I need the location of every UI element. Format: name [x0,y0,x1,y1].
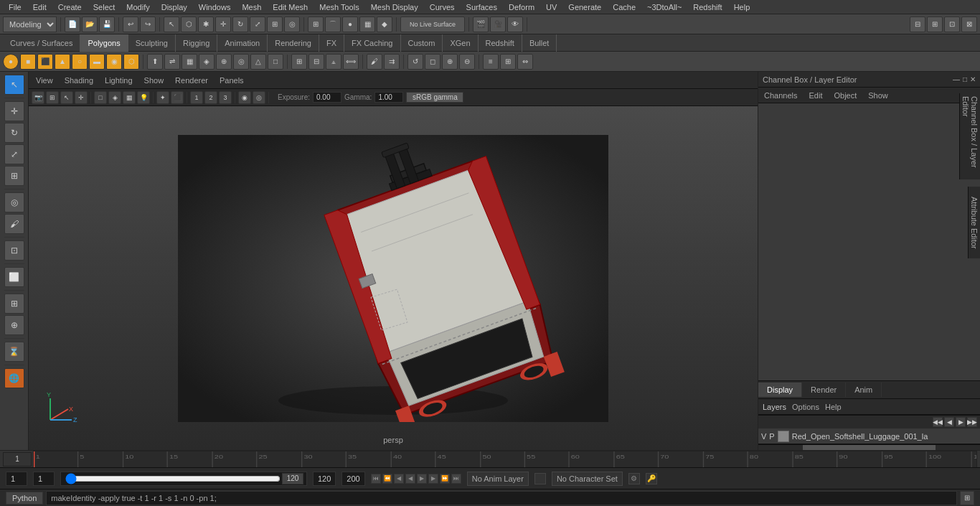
anim-layer-dropdown[interactable]: No Anim Layer [467,472,529,486]
snap-curve[interactable]: ⌒ [325,17,341,32]
total-frames[interactable]: 200 [341,472,364,486]
triangulate-tool[interactable]: △ [250,54,266,70]
separate-tool[interactable]: ⊟ [308,54,324,70]
universal-manip[interactable]: ⊞ [4,166,24,186]
plane-tool[interactable]: ▬ [89,54,105,70]
start-frame[interactable]: 1 [6,472,27,486]
render-settings[interactable]: 🎬 [473,17,489,32]
viewport-menu-renderer[interactable]: Renderer [172,75,211,86]
menu-deform[interactable]: Deform [503,1,540,13]
layer-v[interactable]: V [761,432,766,441]
script-expand-btn[interactable]: ⊞ [960,491,974,505]
sphere-tool[interactable]: ● [3,54,19,70]
paint-weights[interactable]: 🖌 [367,54,382,70]
menu-select[interactable]: Select [88,1,121,13]
insert-edge-loop[interactable]: ≡ [483,54,499,70]
conform-tool[interactable]: ⟁ [326,54,341,70]
char-set-settings[interactable]: ⚙ [628,473,640,484]
new-button[interactable]: 📄 [65,17,80,32]
lasso-tool[interactable]: ⬡ [181,17,197,32]
tab-animation[interactable]: Animation [217,34,268,52]
tab-xgen[interactable]: XGen [443,34,478,52]
ipr-render[interactable]: 🎥 [490,17,506,32]
scale-tool[interactable]: ⤢ [250,17,265,32]
snap-point[interactable]: ● [342,17,358,32]
sub-tab-edit[interactable]: Edit [806,90,825,101]
channel-box-side-label[interactable]: Channel Box / Layer Editor [959,93,980,179]
layer-nav-forward[interactable]: ▶▶ [967,417,977,427]
tab-polygons[interactable]: Polygons [80,34,128,52]
layout-btn1[interactable]: ⊟ [910,17,925,32]
tab-sculpting[interactable]: Sculpting [128,34,176,52]
show-manip[interactable]: ⊡ [4,240,24,261]
menu-surfaces[interactable]: Surfaces [461,1,503,13]
vp-shaded-wire[interactable]: ◎ [253,91,265,104]
menu-mesh-display[interactable]: Mesh Display [365,1,424,13]
snap-live[interactable]: ◆ [377,17,392,32]
menu-help[interactable]: Help [728,1,756,13]
snap-add[interactable]: ⊕ [4,315,24,335]
rp-tab-anim[interactable]: Anim [846,383,882,397]
timeline[interactable]: 1 1 5 10 15 20 25 30 35 [0,450,980,467]
paint-tool[interactable]: ✱ [198,17,214,32]
soft-select-tool[interactable]: ◎ [284,17,300,32]
cylinder-tool[interactable]: ⬛ [37,54,53,70]
disc-tool[interactable]: ◉ [106,54,122,70]
tab-curves-surfaces[interactable]: Curves / Surfaces [3,34,80,52]
paint-button[interactable]: 🖌 [4,214,24,234]
vp-xray[interactable]: ✦ [156,91,169,104]
rp-tab-render[interactable]: Render [802,383,846,397]
panel-maximize[interactable]: □ [963,75,967,83]
sub-tab-channels[interactable]: Channels [761,90,800,101]
menu-create[interactable]: Create [52,1,88,13]
layout-btn3[interactable]: ⊡ [944,17,960,32]
rotate-button[interactable]: ↻ [4,123,24,143]
bevel-tool[interactable]: ◈ [199,54,215,70]
soft-mod-button[interactable]: ◎ [4,192,24,212]
shrink-select[interactable]: ⊖ [459,54,475,70]
tab-rigging[interactable]: Rigging [176,34,217,52]
vp-resolution-med[interactable]: 2 [204,91,217,104]
open-button[interactable]: 📂 [82,17,98,32]
vp-grid[interactable]: ⊞ [46,91,59,104]
smooth-tool[interactable]: ◎ [233,54,249,70]
menu-curves[interactable]: Curves [424,1,461,13]
menu-mesh[interactable]: Mesh [236,1,267,13]
menu-mesh-tools[interactable]: Mesh Tools [314,1,364,13]
panel-close[interactable]: ✕ [970,75,976,83]
vp-wireframe[interactable]: □ [94,91,107,104]
tab-fx[interactable]: FX [319,34,344,52]
menu-file[interactable]: File [3,1,27,13]
menu-edit-mesh[interactable]: Edit Mesh [267,1,314,13]
save-button[interactable]: 💾 [99,17,115,32]
help-link[interactable]: Help [825,403,842,411]
cube-tool[interactable]: ■ [20,54,36,70]
layout-btn2[interactable]: ⊞ [927,17,943,32]
menu-cache[interactable]: Cache [607,1,641,13]
tab-custom[interactable]: Custom [401,34,443,52]
options-link[interactable]: Options [792,403,819,411]
canvas-area[interactable]: X Y Z persp [29,106,758,450]
end-frame-field[interactable]: 120 [282,473,303,484]
select-mode-button[interactable]: ↖ [4,75,24,95]
transfer-attr[interactable]: ⇉ [384,54,400,70]
fill-tool[interactable]: ▦ [182,54,197,70]
cone-tool[interactable]: ▲ [55,54,70,70]
vp-isolate[interactable]: ⬛ [171,91,184,104]
no-live-surface[interactable]: No Live Surface [400,17,465,32]
menu-display[interactable]: Display [156,1,193,13]
vp-texture[interactable]: ▦ [123,91,136,104]
viewport-menu-panels[interactable]: Panels [217,75,247,86]
sub-tab-show[interactable]: Show [865,90,891,101]
viewport-menu-shading[interactable]: Shading [62,75,96,86]
tab-fx-caching[interactable]: FX Caching [344,34,400,52]
layer-nav-prev[interactable]: ◀ [944,417,954,427]
rp-tab-display[interactable]: Display [758,383,802,397]
layer-nav-next[interactable]: ▶ [956,417,966,427]
panel-minimize[interactable]: — [953,75,960,83]
torus-tool[interactable]: ○ [72,54,88,70]
move-tool[interactable]: ✛ [215,17,231,32]
menu-modify[interactable]: Modify [121,1,155,13]
character-set-dropdown[interactable]: No Character Set [552,472,623,486]
layer-p[interactable]: P [769,432,774,441]
